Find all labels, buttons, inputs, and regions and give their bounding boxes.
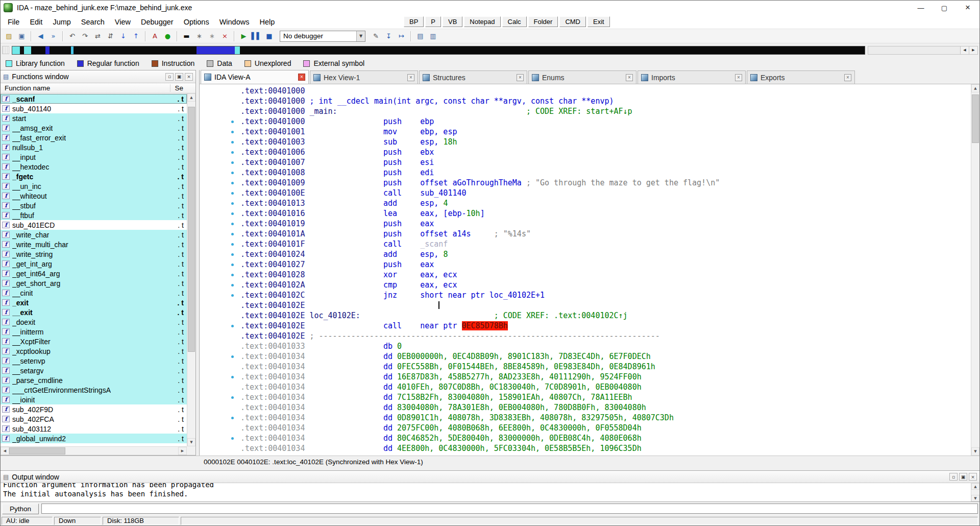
disassembly-line[interactable]: .text:00401028 xor eax, ecx [200,270,972,280]
disassembly-line[interactable]: .text:00401000 ; int __cdecl main(int ar… [200,96,972,106]
disassembly-line[interactable]: .text:0040102A cmp eax, ecx [200,280,972,290]
functions-horizontal-scrollbar[interactable]: ◀ ▶ [1,446,187,455]
output-vertical-scrollbar[interactable]: ▲ ▼ [971,483,979,501]
patch-icon[interactable]: ∗ [193,30,206,42]
disassembly-line[interactable]: .text:00401000 push ebp [200,116,972,127]
window-list-icon[interactable]: ▤ [414,30,427,42]
output-log[interactable]: Function argument information has been p… [1,483,971,501]
minimize-output-button[interactable]: ▫ [949,473,958,481]
disassembly-line[interactable]: .text:0040102E ; -----------------------… [200,331,972,341]
disassembly-line[interactable]: .text:00401033 db 0 [200,341,972,351]
function-list-item[interactable]: fsub_402FCA. t [1,414,187,424]
step-over-icon[interactable]: ↦ [395,30,408,42]
disassembly-line[interactable]: .text:00401034 dd 16E87D83h, 458B5277h, … [200,372,972,382]
minimize-button[interactable]: — [909,1,933,15]
scroll-down-icon[interactable]: ↓ [117,30,130,42]
column-function-name[interactable]: Function name [5,84,50,92]
disassembly-line[interactable]: .text:00401034 dd 0EB000000h, 0EC4D8B09h… [200,351,972,362]
close-tab-icon[interactable]: × [626,74,633,81]
close-tab-icon[interactable]: × [517,74,524,81]
scroll-down-icon[interactable]: ▼ [971,495,979,501]
navigate-back-icon[interactable]: ◀ [34,30,47,42]
function-list-item[interactable]: fsub_402F9D. t [1,404,187,414]
tab-exports[interactable]: Exports× [747,70,855,84]
disassembly-line[interactable]: .text:0040100E call sub_401140 [200,188,972,198]
python-interpreter-button[interactable]: Python [2,504,39,514]
menu-file[interactable]: File [3,16,24,28]
scroll-thumb[interactable] [9,447,65,455]
function-list-item[interactable]: fstart. t [1,113,187,123]
function-list-item[interactable]: f__initterm. t [1,327,187,337]
disassembly-line[interactable]: .text:00401034 dd 80C46852h, 5DE80040h, … [200,433,972,443]
disassembly-view[interactable]: .text:00401000 .text:00401000 ; int __cd… [199,84,972,456]
close-tab-icon[interactable]: × [407,74,414,81]
navband-scroll-right-icon[interactable]: ▶ [969,46,977,54]
disassembly-line[interactable]: .text:00401008 push edi [200,168,972,178]
disassembly-line[interactable]: .text:0040102E call near ptr 0EC85D78Bh [200,321,972,331]
function-list-item[interactable]: f_doexit. t [1,317,187,327]
debug-stop-icon[interactable]: ■ [263,30,276,42]
disassembly-line[interactable]: .text:00401024 add esp, 8 [200,249,972,259]
function-list-item[interactable]: f_get_int64_arg. t [1,269,187,278]
disassembly-line[interactable]: .text:0040102C jnz short near ptr loc_40… [200,290,972,300]
function-list-item[interactable]: f__input. t [1,152,187,162]
function-list-item[interactable]: f__setargv. t [1,366,187,375]
column-segment[interactable]: Se [170,84,183,92]
disassembly-line[interactable]: .text:00401006 push ebx [200,147,972,157]
toolbar-grip[interactable] [2,46,9,54]
function-list-item[interactable]: f__hextodec. t [1,162,187,172]
disassembly-line[interactable]: .text:0040102E [200,300,972,310]
scroll-up-icon[interactable]: ▲ [971,483,979,490]
quick-button-folder[interactable]: Folder [528,16,558,27]
scroll-track[interactable] [9,447,178,455]
function-list-item[interactable]: f__un_inc. t [1,181,187,191]
navigation-band[interactable] [12,46,865,55]
function-list-item[interactable]: f_scanf. t [1,94,187,104]
colors-icon[interactable]: ▬ [180,30,193,42]
function-list-item[interactable]: f__exit. t [1,307,187,317]
debugger-options-icon[interactable]: ✎ [370,30,382,42]
tab-ida-view-a[interactable]: IDA View-A× [201,70,309,84]
scroll-up-icon[interactable]: ▲ [187,93,195,102]
menu-help[interactable]: Help [254,16,280,28]
python-input[interactable] [41,504,978,514]
scroll-thumb[interactable] [972,94,979,143]
jump-xref-icon[interactable]: ⇄ [91,30,104,42]
scroll-left-icon[interactable]: ◀ [1,447,9,455]
disassembly-line[interactable]: .text:00401016 lea eax, [ebp-10h] [200,208,972,219]
disassembly-line[interactable]: .text:00401003 sub esp, 18h [200,137,972,147]
function-list-item[interactable]: f__whiteout. t [1,191,187,201]
function-list-item[interactable]: f__ioinit. t [1,395,187,404]
quick-button-exit[interactable]: Exit [587,16,610,27]
open-file-icon[interactable]: ▨ [3,30,15,42]
close-tab-icon[interactable]: × [735,74,742,81]
debug-pause-icon[interactable]: ▌▌ [250,30,263,42]
scroll-down-icon[interactable]: ▼ [971,447,979,456]
quick-button-p[interactable]: P [425,16,441,27]
debug-start-icon[interactable]: ▶ [237,30,250,42]
disassembly-line[interactable]: .text:00401027 push eax [200,259,972,270]
function-list-item[interactable]: f_write_char. t [1,230,187,240]
function-list-item[interactable]: fnullsub_1. t [1,142,187,152]
function-list-item[interactable]: f_parse_cmdline. t [1,375,187,385]
reanalyze-icon[interactable]: ● [161,30,174,42]
function-list-item[interactable]: f__XcptFilter. t [1,337,187,346]
step-into-icon[interactable]: ↧ [382,30,395,42]
function-list-item[interactable]: f_xcptlookup. t [1,346,187,356]
function-list-item[interactable]: f__amsg_exit. t [1,123,187,133]
disassembly-line[interactable]: .text:00401034 dd 0D8901C1h, 408078h, 3D… [200,413,972,423]
disassembly-line[interactable]: .text:00401009 push offset aGoThroughThe… [200,178,972,188]
navigate-forward-icon[interactable]: » [47,30,60,42]
desktop-layout-icon[interactable]: ▥ [427,30,439,42]
quick-button-cmd[interactable]: CMD [559,16,586,27]
disassembly-line[interactable]: .text:0040101A push offset a14s ; "%14s" [200,229,972,239]
navband-scrollbar[interactable]: ◀ ▶ [868,46,978,55]
jump-list-icon[interactable]: ⇵ [104,30,117,42]
scroll-right-icon[interactable]: ▶ [178,447,187,455]
function-list-item[interactable]: f__fast_error_exit. t [1,133,187,142]
function-list-item[interactable]: fsub_401ECD. t [1,220,187,230]
save-icon[interactable]: ▣ [15,30,28,42]
navband-scroll-left-icon[interactable]: ◀ [960,46,969,54]
function-list-item[interactable]: f___crtGetEnvironmentStringsA. t [1,385,187,395]
scroll-up-icon[interactable]: ▲ [971,84,979,92]
